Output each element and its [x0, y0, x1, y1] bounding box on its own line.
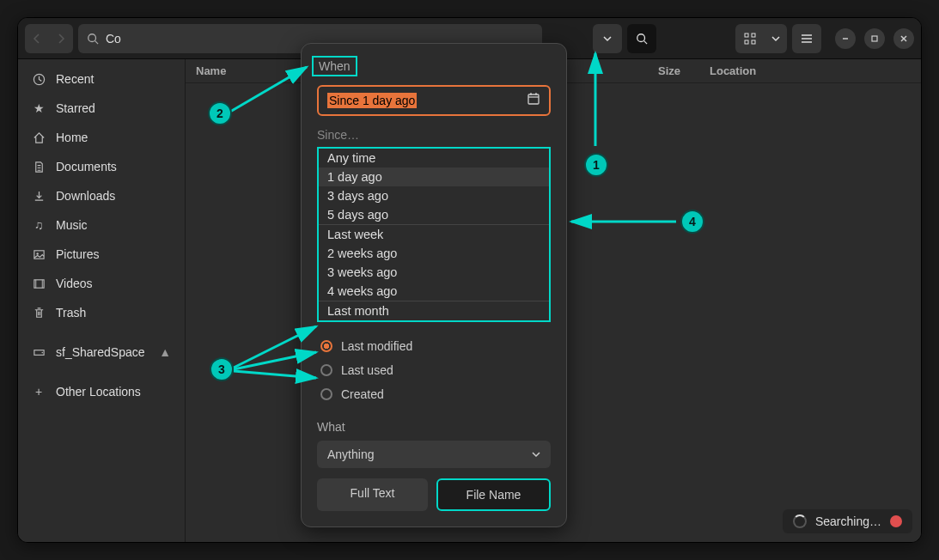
radio-icon [320, 340, 332, 352]
calendar-icon[interactable] [527, 92, 540, 109]
when-label: When [312, 56, 357, 76]
time-option[interactable]: Last month [319, 301, 549, 320]
eject-icon[interactable]: ▲ [159, 345, 171, 359]
time-option[interactable]: 1 day ago [319, 167, 549, 186]
what-label: What [317, 420, 551, 434]
search-scope-toggle: Full Text File Name [317, 478, 551, 511]
date-type-radios: Last modified Last used Created [317, 334, 551, 406]
search-icon [636, 33, 648, 45]
sidebar-item-label: sf_SharedSpace [56, 345, 145, 359]
svg-line-1 [95, 40, 99, 44]
search-dropdown-button[interactable] [593, 24, 622, 53]
radio-last-modified[interactable]: Last modified [317, 334, 551, 358]
radio-created[interactable]: Created [317, 382, 551, 406]
svg-rect-7 [752, 40, 755, 44]
nav-button-group [25, 24, 73, 53]
minimize-icon [841, 34, 850, 43]
maximize-icon [870, 34, 879, 43]
sidebar-item-label: Music [56, 218, 88, 232]
svg-point-0 [88, 33, 96, 41]
what-select[interactable]: Anything [317, 441, 551, 468]
maximize-button[interactable] [864, 28, 885, 49]
chevron-right-icon [57, 33, 65, 44]
music-icon: ♫ [32, 218, 46, 232]
radio-last-used[interactable]: Last used [317, 358, 551, 382]
sidebar-item-home[interactable]: Home [18, 123, 185, 152]
time-options-list: Any time 1 day ago 3 days ago 5 days ago… [317, 147, 551, 322]
minimize-button[interactable] [835, 28, 856, 49]
sidebar-item-label: Videos [56, 277, 93, 290]
annotation-marker-1: 1 [584, 153, 608, 177]
svg-point-17 [36, 253, 38, 254]
sidebar-item-music[interactable]: ♫Music [18, 210, 185, 240]
back-button[interactable] [25, 24, 49, 53]
column-location[interactable]: Location [710, 64, 921, 77]
sidebar-item-label: Downloads [56, 189, 115, 203]
sidebar-item-label: Documents [56, 160, 117, 173]
chevron-down-icon [532, 451, 540, 458]
time-option[interactable]: Any time [319, 149, 549, 167]
time-option[interactable]: 3 days ago [319, 186, 549, 205]
annotation-marker-3: 3 [210, 357, 234, 381]
video-icon [32, 277, 46, 290]
clock-icon [32, 72, 46, 86]
search-options-popup: When Since 1 day ago Since… Any time 1 d… [301, 43, 567, 527]
sidebar-item-trash[interactable]: Trash [18, 298, 185, 327]
full-text-button[interactable]: Full Text [317, 478, 428, 511]
since-sublabel: Since… [317, 128, 551, 142]
view-switcher [735, 24, 787, 53]
radio-icon [320, 364, 332, 376]
chevron-down-icon [771, 35, 780, 42]
sidebar-item-starred[interactable]: ★Starred [18, 94, 185, 123]
sidebar-item-label: Home [56, 131, 88, 144]
sidebar-item-documents[interactable]: Documents [18, 152, 185, 181]
document-icon [32, 160, 46, 173]
sidebar-item-downloads[interactable]: Downloads [18, 181, 185, 210]
annotation-marker-2: 2 [208, 101, 232, 125]
svg-rect-23 [528, 94, 539, 104]
sidebar-item-other-locations[interactable]: +Other Locations [18, 377, 185, 406]
sidebar-item-pictures[interactable]: Pictures [18, 240, 185, 269]
radio-icon [320, 388, 332, 400]
svg-rect-6 [745, 40, 748, 44]
grid-icon [744, 33, 756, 45]
file-name-button[interactable]: File Name [436, 478, 551, 511]
status-bar: Searching… [783, 509, 912, 533]
svg-rect-5 [752, 33, 755, 37]
sidebar: Recent ★Starred Home Documents Downloads… [18, 59, 186, 542]
chevron-left-icon [33, 33, 41, 44]
spinner-icon [793, 514, 807, 528]
column-size[interactable]: Size [658, 64, 710, 77]
search-toggle-button[interactable] [627, 24, 656, 53]
window-controls [835, 28, 914, 49]
sidebar-item-label: Starred [56, 101, 95, 115]
time-option[interactable]: 5 days ago [319, 205, 549, 224]
close-button[interactable] [893, 28, 914, 49]
download-icon [32, 189, 46, 203]
annotation-marker-4: 4 [680, 210, 704, 234]
grid-view-button[interactable] [735, 24, 765, 53]
stop-search-button[interactable] [890, 515, 902, 527]
svg-rect-4 [745, 33, 748, 37]
time-option[interactable]: Last week [319, 225, 549, 244]
home-icon [32, 131, 46, 144]
image-icon [32, 247, 46, 261]
sidebar-item-videos[interactable]: Videos [18, 269, 185, 298]
time-option[interactable]: 3 weeks ago [319, 263, 549, 282]
svg-point-22 [41, 351, 43, 353]
time-option[interactable]: 4 weeks ago [319, 282, 549, 301]
svg-line-3 [644, 40, 648, 44]
plus-icon: + [32, 385, 46, 399]
menu-icon [801, 33, 813, 44]
view-options-button[interactable] [765, 24, 787, 53]
since-input[interactable]: Since 1 day ago [317, 85, 551, 116]
sidebar-item-recent[interactable]: Recent [18, 64, 185, 94]
time-option[interactable]: 2 weeks ago [319, 244, 549, 263]
sidebar-item-label: Trash [56, 306, 86, 320]
svg-rect-12 [872, 36, 877, 41]
status-text: Searching… [815, 514, 881, 528]
sidebar-item-drive[interactable]: sf_SharedSpace▲ [18, 338, 185, 367]
hamburger-menu-button[interactable] [792, 24, 821, 53]
forward-button[interactable] [49, 24, 73, 53]
sidebar-item-label: Recent [56, 72, 94, 86]
